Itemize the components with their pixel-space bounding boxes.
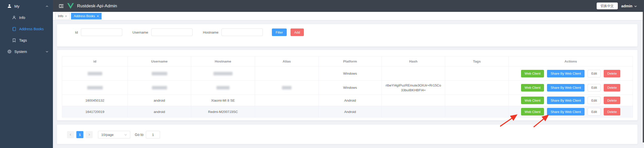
tab-label: Info: [58, 14, 63, 18]
edit-button[interactable]: Edit: [588, 108, 601, 115]
pagination-card: 1 10/page Go to: [57, 124, 638, 144]
filter-card: Id Username Hostname Filter Add: [57, 24, 638, 47]
cell-hostname: [191, 67, 255, 81]
cell-hash: [382, 106, 445, 117]
sidebar-item-label: My: [14, 4, 19, 8]
cell-tags: [445, 95, 509, 106]
share-by-web-client-button[interactable]: Share By Web Client: [547, 70, 584, 77]
delete-button[interactable]: Delete: [604, 70, 620, 77]
add-button[interactable]: Add: [291, 28, 304, 36]
sidebar-item-label: Tags: [19, 38, 27, 42]
cell-username: android: [128, 95, 191, 106]
delete-button[interactable]: Delete: [604, 108, 620, 115]
delete-button[interactable]: Delete: [604, 97, 620, 104]
pagination: 1 10/page Go to: [67, 131, 160, 138]
page-number-button[interactable]: 1: [76, 131, 83, 138]
switch-language-button[interactable]: 切换中文: [597, 3, 618, 9]
sidebar-item-label: Address Books: [19, 27, 44, 31]
redacted-text: [213, 72, 233, 75]
sidebar-item-my[interactable]: My: [0, 1, 53, 12]
edit-button[interactable]: Edit: [588, 97, 601, 104]
menu-fold-icon[interactable]: [59, 4, 63, 8]
cell-username: android: [128, 106, 191, 117]
filter-button[interactable]: Filter: [272, 28, 287, 36]
table-header-row: idUsernameHostnameAliasPlatformHashTagsA…: [62, 56, 633, 67]
tab-info[interactable]: Info ×: [55, 13, 70, 19]
user-menu[interactable]: admin: [621, 4, 637, 8]
cell-hash: [382, 95, 445, 106]
address-books-table: idUsernameHostnameAliasPlatformHashTagsA…: [62, 56, 633, 117]
delete-button[interactable]: Delete: [604, 84, 620, 92]
cell-hostname: Xiaomi-MI 8 SE: [191, 95, 255, 106]
cell-id: [62, 67, 128, 81]
column-header-actions: Actions: [509, 56, 633, 67]
cell-platform: Android: [319, 106, 382, 117]
filter-field-username: Username: [127, 28, 192, 36]
close-icon[interactable]: ×: [65, 14, 67, 18]
cell-tags: [445, 106, 509, 117]
table-row: 1600450132androidXiaomi-MI 8 SEAndroidWe…: [62, 95, 633, 106]
cell-platform: Android: [319, 95, 382, 106]
table-row: 1641720019androidRedmi-M2007J3SCAndroidW…: [62, 106, 633, 117]
sidebar: My Info Address Books Tags: [0, 0, 53, 148]
page-size-value: 10/page: [101, 133, 114, 137]
sidebar-item-label: System: [14, 49, 27, 54]
notebook-icon: [12, 27, 17, 31]
edit-button[interactable]: Edit: [588, 70, 601, 77]
column-header-id: id: [62, 56, 128, 67]
web-client-button[interactable]: Web Client: [521, 70, 544, 77]
username-input[interactable]: [151, 28, 192, 36]
column-header-hostname: Hostname: [191, 56, 255, 67]
main-content: Id Username Hostname Filter Add idUserna…: [53, 20, 644, 148]
web-client-button[interactable]: Web Client: [521, 97, 544, 104]
cell-username: [128, 81, 191, 95]
close-icon[interactable]: ×: [97, 14, 99, 18]
cell-alias: [255, 67, 319, 81]
hostname-input[interactable]: [221, 28, 263, 36]
cell-actions: Web ClientShare By Web ClientEditDelete: [509, 67, 633, 81]
table-card: idUsernameHostnameAliasPlatformHashTagsA…: [57, 50, 638, 121]
cell-id: 1641720019: [62, 106, 128, 117]
sidebar-item-info[interactable]: Info: [0, 12, 53, 23]
cell-tags: [445, 67, 509, 81]
prev-page-button[interactable]: [67, 131, 74, 138]
id-input[interactable]: [81, 28, 122, 36]
share-by-web-client-button[interactable]: Share By Web Client: [547, 108, 584, 115]
cell-platform: Windows: [319, 81, 382, 95]
share-by-web-client-button[interactable]: Share By Web Client: [547, 84, 584, 92]
sidebar-item-address-books[interactable]: Address Books: [0, 23, 53, 35]
cell-hostname: [191, 81, 255, 95]
page-size-select[interactable]: 10/page: [98, 131, 130, 138]
hostname-label: Hostname: [198, 31, 221, 34]
username-label: Username: [127, 31, 151, 34]
edit-button[interactable]: Edit: [588, 84, 601, 92]
cell-username: [128, 67, 191, 81]
cell-hash: [382, 67, 445, 81]
user-icon: [7, 4, 12, 9]
column-header-alias: Alias: [255, 56, 319, 67]
share-by-web-client-button[interactable]: Share By Web Client: [547, 97, 584, 104]
filter-field-hostname: Hostname: [198, 28, 263, 36]
redacted-text: [87, 86, 103, 90]
next-page-button[interactable]: [86, 131, 93, 138]
chevron-up-icon: [46, 5, 48, 7]
sidebar-item-tags[interactable]: Tags: [0, 35, 53, 46]
sidebar-item-label: Info: [19, 16, 25, 20]
column-header-hash: Hash: [382, 56, 445, 67]
tab-address-books[interactable]: Address Books ×: [71, 13, 102, 19]
app-title: Rustdesk-Api-Admin: [77, 4, 117, 9]
web-client-button[interactable]: Web Client: [521, 108, 544, 115]
cell-platform: Windows: [319, 67, 382, 81]
sidebar-item-system[interactable]: System: [0, 46, 53, 57]
username-label: admin: [621, 4, 632, 8]
column-header-tags: Tags: [445, 56, 509, 67]
id-label: Id: [57, 31, 81, 34]
window-right-edge: [643, 12, 644, 142]
chevron-down-icon: [124, 133, 127, 137]
cell-hash: rtbeYI4gIPuzREmute3OIUir+Rr15Co33buIBKHB…: [382, 81, 445, 95]
cell-hostname: Redmi-M2007J3SC: [191, 106, 255, 117]
goto-page-input[interactable]: [146, 131, 160, 138]
cell-actions: Web ClientShare By Web ClientEditDelete: [509, 95, 633, 106]
gear-icon: [7, 49, 12, 54]
web-client-button[interactable]: Web Client: [521, 84, 544, 92]
